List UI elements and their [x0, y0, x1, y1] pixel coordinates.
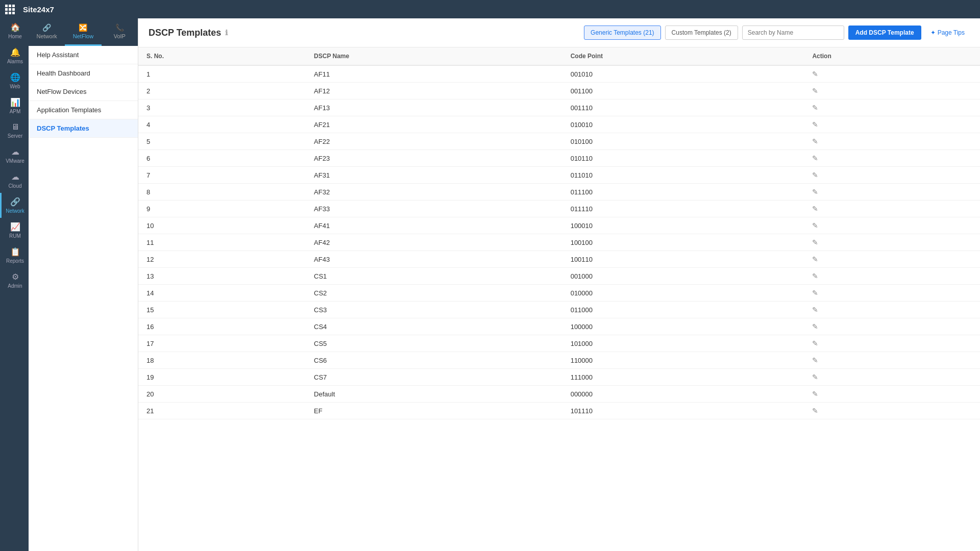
network-tab-icon: 🔗	[42, 23, 51, 32]
edit-icon[interactable]: ✎	[812, 373, 818, 381]
table-row: 15 CS3 011000 ✎	[138, 302, 980, 318]
table-row: 20 Default 000000 ✎	[138, 386, 980, 403]
col-code: Code Point	[562, 47, 804, 65]
edit-icon[interactable]: ✎	[812, 407, 818, 415]
edit-icon[interactable]: ✎	[812, 104, 818, 112]
add-dscp-template-button[interactable]: Add DSCP Template	[848, 26, 921, 40]
page-tips-button[interactable]: ✦ Page Tips	[925, 26, 970, 39]
edit-icon[interactable]: ✎	[812, 120, 818, 129]
sidebar-item-label: Alarms	[7, 59, 23, 64]
cell-code: 111000	[562, 369, 804, 386]
main-content: DSCP Templates ℹ Generic Templates (21) …	[138, 18, 980, 551]
cell-action: ✎	[804, 403, 980, 419]
edit-icon[interactable]: ✎	[812, 289, 818, 297]
sidebar-item-alarms[interactable]: 🔔 Alarms	[0, 43, 29, 68]
cell-action: ✎	[804, 285, 980, 302]
cell-name: AF11	[306, 65, 562, 83]
sidebar-item-server[interactable]: 🖥 Server	[0, 118, 29, 143]
sidebar-item-web[interactable]: 🌐 Web	[0, 68, 29, 93]
menu-application-templates[interactable]: Application Templates	[29, 101, 138, 119]
edit-icon[interactable]: ✎	[812, 137, 818, 145]
cell-code: 010110	[562, 150, 804, 167]
cell-action: ✎	[804, 217, 980, 234]
edit-icon[interactable]: ✎	[812, 87, 818, 95]
cell-code: 101110	[562, 403, 804, 419]
edit-icon[interactable]: ✎	[812, 205, 818, 213]
cell-code: 001000	[562, 268, 804, 285]
second-sidebar-tabs: 🔗 Network 🔀 NetFlow 📞 VoIP	[29, 18, 138, 46]
cell-no: 3	[138, 99, 306, 116]
cell-name: AF23	[306, 150, 562, 167]
cloud-icon: ☁	[11, 172, 19, 182]
edit-icon[interactable]: ✎	[812, 339, 818, 347]
tab-voip[interactable]: 📞 VoIP	[102, 18, 138, 46]
cell-action: ✎	[804, 369, 980, 386]
sidebar-item-cloud[interactable]: ☁ Cloud	[0, 168, 29, 193]
cell-no: 9	[138, 201, 306, 217]
web-icon: 🌐	[10, 72, 20, 82]
cell-code: 001010	[562, 65, 804, 83]
cell-no: 17	[138, 335, 306, 352]
edit-icon[interactable]: ✎	[812, 272, 818, 280]
table-row: 14 CS2 010000 ✎	[138, 285, 980, 302]
cell-no: 14	[138, 285, 306, 302]
edit-icon[interactable]: ✎	[812, 238, 818, 246]
edit-icon[interactable]: ✎	[812, 390, 818, 398]
cell-no: 7	[138, 167, 306, 184]
cell-name: AF41	[306, 217, 562, 234]
cell-no: 5	[138, 133, 306, 150]
rum-icon: 📈	[10, 222, 20, 232]
edit-icon[interactable]: ✎	[812, 70, 818, 78]
sidebar-item-rum[interactable]: 📈 RUM	[0, 218, 29, 243]
cell-name: CS1	[306, 268, 562, 285]
menu-dscp-templates[interactable]: DSCP Templates	[29, 119, 138, 138]
table-row: 17 CS5 101000 ✎	[138, 335, 980, 352]
search-input[interactable]	[742, 26, 844, 40]
edit-icon[interactable]: ✎	[812, 154, 818, 162]
table-row: 10 AF41 100010 ✎	[138, 217, 980, 234]
cell-code: 010100	[562, 133, 804, 150]
generic-templates-tab[interactable]: Generic Templates (21)	[584, 26, 661, 40]
edit-icon[interactable]: ✎	[812, 188, 818, 196]
sidebar-item-apm[interactable]: 📊 APM	[0, 93, 29, 118]
cell-no: 18	[138, 352, 306, 369]
cell-code: 001100	[562, 83, 804, 99]
menu-netflow-devices[interactable]: NetFlow Devices	[29, 83, 138, 101]
cell-no: 6	[138, 150, 306, 167]
table-row: 5 AF22 010100 ✎	[138, 133, 980, 150]
server-icon: 🖥	[11, 122, 19, 132]
tab-netflow[interactable]: 🔀 NetFlow	[65, 18, 101, 46]
cell-action: ✎	[804, 167, 980, 184]
menu-help-assistant[interactable]: Help Assistant	[29, 46, 138, 64]
table-header-row: S. No. DSCP Name Code Point Action	[138, 47, 980, 65]
edit-icon[interactable]: ✎	[812, 356, 818, 364]
custom-templates-tab[interactable]: Custom Templates (2)	[665, 26, 738, 40]
edit-icon[interactable]: ✎	[812, 255, 818, 263]
cell-name: CS7	[306, 369, 562, 386]
sidebar-item-vmware[interactable]: ☁ VMware	[0, 143, 29, 168]
cell-action: ✎	[804, 302, 980, 318]
cell-action: ✎	[804, 184, 980, 201]
sidebar-item-reports[interactable]: 📋 Reports	[0, 243, 29, 268]
cell-action: ✎	[804, 251, 980, 268]
edit-icon[interactable]: ✎	[812, 306, 818, 314]
edit-icon[interactable]: ✎	[812, 221, 818, 230]
edit-icon[interactable]: ✎	[812, 322, 818, 331]
cell-no: 21	[138, 403, 306, 419]
cell-name: AF21	[306, 116, 562, 133]
sidebar-item-network[interactable]: 🔗 Network	[0, 193, 29, 218]
table-row: 11 AF42 100100 ✎	[138, 234, 980, 251]
sidebar-item-home[interactable]: 🏠 Home	[0, 18, 29, 43]
sidebar-item-label: RUM	[9, 233, 21, 239]
table-row: 21 EF 101110 ✎	[138, 403, 980, 419]
cell-name: AF32	[306, 184, 562, 201]
table-row: 8 AF32 011100 ✎	[138, 184, 980, 201]
cell-action: ✎	[804, 201, 980, 217]
sidebar-item-admin[interactable]: ⚙ Admin	[0, 268, 29, 293]
cell-name: CS2	[306, 285, 562, 302]
menu-health-dashboard[interactable]: Health Dashboard	[29, 64, 138, 83]
tab-network[interactable]: 🔗 Network	[29, 18, 65, 46]
cell-code: 011100	[562, 184, 804, 201]
edit-icon[interactable]: ✎	[812, 171, 818, 179]
cell-name: AF22	[306, 133, 562, 150]
